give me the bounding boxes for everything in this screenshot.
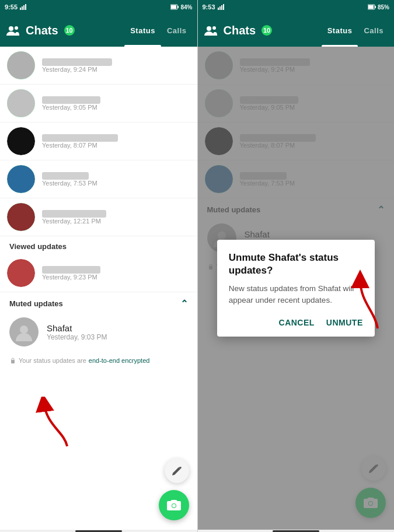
list-item[interactable]: Yesterday, 12:21 PM [0,198,197,236]
chat-name-bar [42,266,100,274]
svg-rect-15 [221,5,222,10]
svg-rect-1 [22,6,23,10]
svg-rect-18 [368,5,374,9]
chat-time: Yesterday, 9:05 PM [42,104,190,111]
chat-time: Yesterday, 9:24 PM [42,66,190,73]
chat-name-bar [42,58,112,66]
time-left: 9:55 [5,4,18,10]
right-panel: 9:53 85% Chats 10 Status Calls Yesterday… [197,0,395,532]
svg-rect-13 [218,8,219,10]
right-tab-calls[interactable]: Calls [358,14,389,47]
chat-time: Yesterday, 12:21 PM [42,218,190,225]
left-tab-status[interactable]: Status [124,14,161,47]
cancel-button[interactable]: Cancel [279,316,315,330]
nav-bar-indicator [75,530,122,532]
footer-link[interactable]: end-to-end encrypted [89,357,150,364]
contacts-icon-left[interactable] [5,22,21,38]
signal-icon-right [218,4,225,10]
svg-point-7 [9,26,13,31]
dialog-title: Unmute Shafat's status updates? [229,251,363,277]
svg-rect-0 [20,8,21,10]
right-status-bar: 9:53 85% [198,0,395,14]
lock-icon [9,357,16,364]
list-item[interactable]: Yesterday, 9:24 PM [0,47,197,85]
chevron-up-icon[interactable]: ⌃ [180,298,188,309]
signal-icon-left [20,4,27,10]
muted-avatar [9,317,39,346]
time-right: 9:53 [203,4,215,10]
status-bar-right-left: 84% [170,4,192,10]
list-item[interactable]: Yesterday, 9:23 PM [0,254,197,292]
svg-rect-5 [171,5,176,9]
viewed-updates-header: Viewed updates [0,236,197,254]
svg-point-21 [212,26,216,30]
svg-rect-16 [223,4,224,10]
footer: Your status updates are end-to-end encry… [0,351,197,372]
chat-time: Yesterday, 9:23 PM [42,274,190,281]
list-item[interactable]: Yesterday, 8:07 PM [0,123,197,160]
svg-rect-2 [23,5,25,10]
avatar [7,259,35,287]
chat-time: Yesterday, 7:53 PM [42,180,190,187]
chat-name-bar [42,96,100,104]
muted-time: Yesterday, 9:03 PM [47,333,188,341]
battery-icon-right [368,4,376,10]
left-chats-badge: 10 [64,25,75,36]
avatar [7,89,35,117]
muted-updates-label: Muted updates [9,299,63,308]
status-bar-left-right: 9:53 [203,4,225,10]
left-app-bar: Chats 10 Status Calls [0,14,197,47]
status-bar-right-right: 85% [368,4,389,10]
right-app-title: Chats [224,24,256,37]
list-item[interactable]: Yesterday, 7:53 PM [0,160,197,198]
battery-icon-left [170,4,179,10]
muted-name: Shafat [47,323,188,333]
muted-updates-header[interactable]: Muted updates ⌃ [0,292,197,313]
footer-text: Your status updates are [19,357,86,364]
unmute-button[interactable]: Unmute [326,316,363,330]
svg-point-9 [20,326,28,334]
right-chats-badge: 10 [261,25,272,36]
avatar [7,51,35,79]
avatar [7,165,35,193]
unmute-dialog: Unmute Shafat's status updates? New stat… [217,240,375,337]
svg-rect-6 [177,6,179,8]
svg-rect-14 [219,6,221,10]
avatar [7,203,35,231]
svg-point-12 [172,504,176,508]
svg-rect-19 [375,6,376,8]
left-tab-calls[interactable]: Calls [161,14,193,47]
chat-time: Yesterday, 8:07 PM [42,142,190,149]
left-content: Yesterday, 9:24 PM Yesterday, 9:05 PM Ye… [0,47,197,530]
svg-rect-10 [11,360,15,363]
chat-name-bar [42,210,106,218]
viewed-updates-label: Viewed updates [9,242,67,251]
dialog-actions: Cancel Unmute [229,316,363,330]
left-app-tabs: Status Calls [124,14,192,47]
camera-fab[interactable] [159,490,189,520]
nav-bar-indicator-right [273,530,319,532]
left-status-bar: 9:55 84% [0,0,197,14]
chat-name-bar [42,172,89,180]
avatar [7,127,35,155]
battery-pct-left: 84% [180,4,192,10]
status-bar-left: 9:55 [5,4,27,10]
left-nav-line [0,530,197,532]
chat-name-bar [42,134,118,142]
left-app-title: Chats [26,24,58,37]
contacts-icon-right[interactable] [203,22,219,38]
dialog-body: New status updates from Shafat will appe… [229,283,363,307]
svg-point-8 [15,26,18,30]
pencil-fab[interactable] [165,459,189,483]
muted-list-item[interactable]: Shafat Yesterday, 9:03 PM [0,313,197,351]
right-nav-line [198,530,395,532]
battery-pct-right: 85% [378,4,389,10]
svg-point-20 [207,26,211,31]
right-tab-status[interactable]: Status [322,14,358,47]
right-app-bar: Chats 10 Status Calls [198,14,395,47]
dialog-overlay: Unmute Shafat's status updates? New stat… [198,47,395,530]
list-item[interactable]: Yesterday, 9:05 PM [0,85,197,123]
left-panel: 9:55 84% Chats 10 Status Calls Yesterday… [0,0,197,532]
svg-rect-3 [25,4,26,10]
right-app-tabs: Status Calls [322,14,389,47]
